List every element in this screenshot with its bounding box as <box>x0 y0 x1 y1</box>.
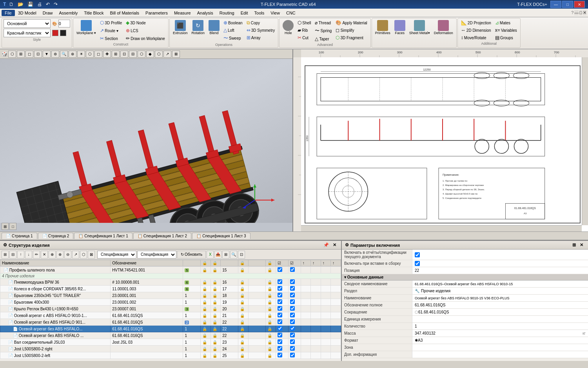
menu-bill-of-materials[interactable]: Bill of Materials <box>107 10 143 16</box>
ribbon-btn-copy[interactable]: ⧉ Copy <box>245 19 277 26</box>
ribbon-btn-extrusion[interactable]: ⬛ Extrusion <box>171 19 189 42</box>
new-btn[interactable]: 🗋 <box>7 1 15 7</box>
ribbon-btn-apply-material[interactable]: 🎨 Apply Material <box>334 19 368 26</box>
row-cb2[interactable] <box>290 286 295 291</box>
menu-title-block[interactable]: Title Block <box>81 10 107 16</box>
close-btn[interactable]: ✕ <box>574 1 585 8</box>
row-cb2[interactable] <box>290 346 295 351</box>
ribbon-btn-primitives[interactable]: Primitives <box>374 19 392 36</box>
table-row[interactable]: 📄 Колесо в сборе CORDIANT 385/65 R2... 1… <box>0 286 341 292</box>
ribbon-btn-sheet-metal[interactable]: Sheet Metal▾ <box>408 19 432 36</box>
open-btn[interactable]: 📂 <box>16 1 25 7</box>
table-row[interactable]: 📄 Осевой агрегат без ABS HSFALO ... 61.6… <box>0 332 341 339</box>
color-swatch-dark[interactable] <box>60 30 66 36</box>
row-cb2[interactable] <box>290 319 295 324</box>
vp-btn-7[interactable]: 🔍 <box>60 51 68 58</box>
struct-btn-5[interactable]: ✏ <box>33 251 40 259</box>
ribbon-btn-route[interactable]: ↗ Route ▾ <box>98 27 123 34</box>
ribbon-btn-faces[interactable]: Faces <box>393 19 407 36</box>
menu-tools[interactable]: Tools <box>251 10 268 16</box>
struct-btn-11[interactable]: ⬡ <box>80 251 87 259</box>
menu-analysis[interactable]: Analysis <box>194 10 216 16</box>
row-cb1[interactable] <box>278 279 282 284</box>
vp-btn-12[interactable]: ✚ <box>103 51 111 58</box>
vp-ctrl-1[interactable]: ⊞ <box>2 223 9 230</box>
table-row-selected[interactable]: 📄 Осевой агрегат без ABS HSFALO... 61.68… <box>0 326 341 332</box>
ribbon-btn-2ddimension[interactable]: ↔ 2D Dimension <box>459 27 493 34</box>
menu-draw[interactable]: Draw <box>40 10 56 16</box>
drawing-scrollbar-v[interactable] <box>582 57 588 225</box>
ribbon-btn-loft[interactable]: △ Loft <box>222 27 244 34</box>
style-color-btn[interactable]: 🎨 <box>52 22 57 26</box>
vp-btn-3[interactable]: ◻ <box>25 51 33 58</box>
ribbon-btn-hole[interactable]: Hole <box>281 19 295 42</box>
row-cb1[interactable] <box>278 339 282 344</box>
struct-btn-12[interactable]: ⊠ <box>88 251 95 259</box>
maximize-btn[interactable]: □ <box>562 1 573 8</box>
ribbon-btn-3dnode[interactable]: ◆ 3D Node <box>124 19 167 26</box>
menu-view[interactable]: View <box>267 10 283 16</box>
props-sort-btn[interactable]: ⊞ <box>571 242 577 248</box>
properties-scroll[interactable]: Включать в отчёты/спецификации текущего … <box>342 250 588 361</box>
ribbon-btn-drawonwp[interactable]: ✏ Draw on Workplane <box>124 35 167 42</box>
table-row[interactable]: 📄 Вал соединительный JSL03 Jost JSL 03 1… <box>0 339 341 346</box>
struct-btn-1[interactable]: ⊞ <box>2 251 9 259</box>
menu-routing[interactable]: Routing <box>216 10 238 16</box>
props-close-btn[interactable]: ✕ <box>578 242 585 248</box>
ribbon-btn-cut[interactable]: ✂ Cut <box>296 34 312 41</box>
undo-btn[interactable]: ↶ <box>44 1 51 7</box>
menu-file[interactable]: File <box>2 10 15 16</box>
ribbon-btn-boolean[interactable]: ⊕ Boolean <box>222 19 244 26</box>
tab-spec-1-list-2[interactable]: 📋 Спецификация 1 Лист 2 <box>133 233 191 239</box>
ribbon-btn-mates[interactable]: ⊿ Mates <box>494 19 519 26</box>
menu-cnc[interactable]: CNC <box>283 10 299 16</box>
ribbon-btn-groups[interactable]: ▤ Groups <box>494 34 519 41</box>
menu-3d-model[interactable]: 3D Model <box>15 10 40 16</box>
struct-excel-btn[interactable]: X <box>207 251 214 259</box>
tab-spec-1-list-3[interactable]: 📋 Спецификация 1 Лист 3 <box>192 233 250 239</box>
vp-btn-8[interactable]: ⊛ <box>69 51 76 58</box>
menu-measure[interactable]: Measure <box>171 10 194 16</box>
struct-btn-8[interactable]: ⊕ <box>56 251 64 259</box>
row-cb1[interactable] <box>278 293 282 297</box>
struct-sort-btn[interactable]: ⊡ <box>238 251 245 259</box>
table-row[interactable]: 📄 Jost L500S800-2 right 1 🔒🔒 24🔒🔒 <box>0 346 341 352</box>
struct-btn-10[interactable]: ↗ <box>72 251 79 259</box>
row-cb1[interactable] <box>278 346 282 351</box>
ribbon-btn-array[interactable]: ⊞ Array <box>245 34 277 41</box>
vp-btn-5[interactable]: ▼ <box>43 51 51 58</box>
row-cb2[interactable] <box>290 279 295 284</box>
struct-btn-9[interactable]: ⊖ <box>64 251 71 259</box>
ribbon-btn-spring[interactable]: 〜 Spring <box>313 27 333 35</box>
table-row[interactable]: 📄 Крыло Perлок Вк430 L=1900 R=650 23.000… <box>0 306 341 312</box>
struct-filter-btn[interactable]: ⊞ <box>222 251 229 259</box>
row-cb2[interactable] <box>290 339 295 344</box>
vp-btn-13[interactable]: ⊞ <box>112 51 120 58</box>
vp-btn-11[interactable]: ◻ <box>94 51 102 58</box>
redo-btn[interactable]: ↷ <box>52 1 59 7</box>
row-cb2[interactable] <box>288 267 301 273</box>
row-cb1[interactable] <box>278 299 282 304</box>
tab-spec-1-list-1[interactable]: 📋 Спецификация 1 Лист 1 <box>74 233 132 239</box>
ribbon-btn-variables[interactable]: x= Variables <box>494 27 519 34</box>
minimize-btn[interactable]: — <box>550 1 561 8</box>
ribbon-btn-simplify[interactable]: ◻ Simplify <box>334 27 368 34</box>
style-number-input[interactable] <box>58 20 70 27</box>
ribbon-btn-shell[interactable]: ⬡ Shell <box>296 19 312 26</box>
menu-edit[interactable]: Edit <box>238 10 251 16</box>
ribbon-btn-workplane[interactable]: Workplane ▾ <box>75 19 98 42</box>
vp-btn-18[interactable]: ⬡ <box>155 51 163 58</box>
row-cb1[interactable] <box>276 267 288 273</box>
docs-minimize[interactable]: — <box>574 10 579 15</box>
ribbon-btn-blend[interactable]: Blend <box>207 19 221 42</box>
prop-cb-include-assembly[interactable] <box>415 261 420 266</box>
row-cb2[interactable] <box>290 313 295 317</box>
vp-ctrl-2[interactable]: □ <box>9 223 16 230</box>
vp-btn-9[interactable]: ☀ <box>77 51 85 58</box>
spec-combo-2[interactable]: Спецификация <box>137 251 176 259</box>
table-row[interactable]: 📄 Осевой агрегат с ABS HSFALO 9010-1... … <box>0 312 341 319</box>
prop-cb-include-reports[interactable] <box>415 252 420 257</box>
ribbon-btn-rotation[interactable]: ↻ Rotation <box>190 19 206 42</box>
struct-btn-3[interactable]: ↑ <box>17 251 24 259</box>
ribbon-btn-deformation[interactable]: Deformation <box>432 19 455 36</box>
